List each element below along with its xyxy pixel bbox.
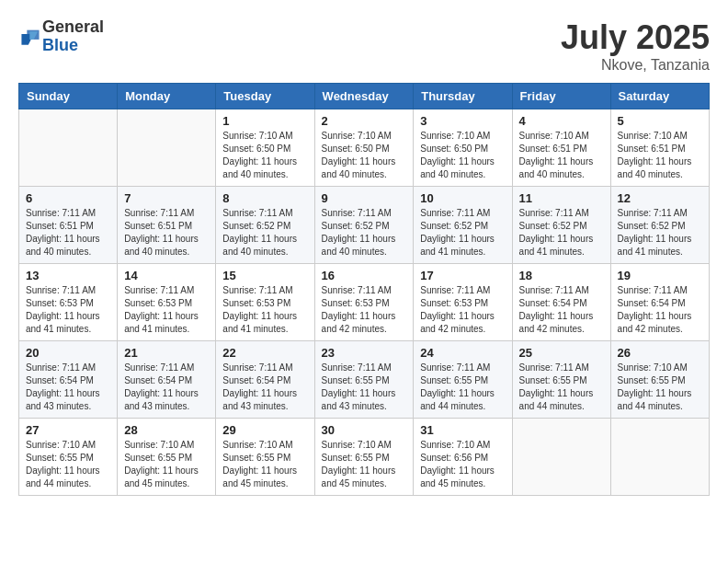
day-info: Sunrise: 7:11 AM Sunset: 6:53 PM Dayligh…: [222, 284, 307, 336]
day-info: Sunrise: 7:11 AM Sunset: 6:51 PM Dayligh…: [124, 207, 209, 259]
logo: General Blue: [18, 18, 104, 55]
day-info: Sunrise: 7:11 AM Sunset: 6:53 PM Dayligh…: [420, 284, 505, 336]
calendar-cell: 20Sunrise: 7:11 AM Sunset: 6:54 PM Dayli…: [19, 341, 118, 419]
day-number: 1: [222, 114, 307, 128]
day-number: 19: [618, 269, 702, 282]
weekday-header: Monday: [118, 84, 216, 109]
calendar-cell: 7Sunrise: 7:11 AM Sunset: 6:51 PM Daylig…: [118, 187, 216, 264]
calendar-week-row: 1Sunrise: 7:10 AM Sunset: 6:50 PM Daylig…: [19, 109, 710, 187]
calendar-cell: [512, 419, 610, 496]
calendar-cell: 31Sunrise: 7:10 AM Sunset: 6:56 PM Dayli…: [414, 419, 512, 496]
day-number: 16: [322, 269, 407, 282]
calendar-cell: 11Sunrise: 7:11 AM Sunset: 6:52 PM Dayli…: [512, 187, 610, 264]
day-number: 24: [420, 346, 505, 360]
calendar-cell: 30Sunrise: 7:10 AM Sunset: 6:55 PM Dayli…: [314, 419, 414, 496]
logo-blue: Blue: [42, 37, 104, 55]
calendar-cell: 26Sunrise: 7:10 AM Sunset: 6:55 PM Dayli…: [610, 341, 709, 419]
day-info: Sunrise: 7:11 AM Sunset: 6:55 PM Dayligh…: [519, 362, 604, 413]
day-number: 23: [322, 346, 407, 360]
calendar-cell: [118, 109, 216, 187]
calendar-cell: 9Sunrise: 7:11 AM Sunset: 6:52 PM Daylig…: [314, 187, 414, 264]
title-block: July 2025 Nkove, Tanzania: [561, 18, 710, 74]
day-info: Sunrise: 7:11 AM Sunset: 6:52 PM Dayligh…: [618, 207, 702, 259]
day-number: 8: [222, 191, 307, 205]
day-info: Sunrise: 7:10 AM Sunset: 6:50 PM Dayligh…: [420, 130, 505, 181]
calendar-title: July 2025: [561, 18, 710, 57]
calendar-cell: 27Sunrise: 7:10 AM Sunset: 6:55 PM Dayli…: [19, 419, 118, 496]
day-info: Sunrise: 7:11 AM Sunset: 6:54 PM Dayligh…: [519, 284, 604, 336]
weekday-header: Thursday: [414, 84, 512, 109]
day-number: 30: [322, 423, 407, 437]
day-number: 28: [124, 423, 209, 437]
day-info: Sunrise: 7:11 AM Sunset: 6:55 PM Dayligh…: [322, 362, 407, 413]
day-info: Sunrise: 7:11 AM Sunset: 6:53 PM Dayligh…: [26, 284, 110, 336]
calendar-cell: 5Sunrise: 7:10 AM Sunset: 6:51 PM Daylig…: [610, 109, 709, 187]
day-info: Sunrise: 7:11 AM Sunset: 6:52 PM Dayligh…: [322, 207, 407, 259]
day-number: 4: [519, 114, 604, 128]
calendar-cell: 22Sunrise: 7:11 AM Sunset: 6:54 PM Dayli…: [216, 341, 314, 419]
day-number: 2: [322, 114, 407, 128]
calendar-cell: 13Sunrise: 7:11 AM Sunset: 6:53 PM Dayli…: [19, 264, 118, 341]
day-info: Sunrise: 7:11 AM Sunset: 6:54 PM Dayligh…: [222, 362, 307, 413]
calendar-cell: 18Sunrise: 7:11 AM Sunset: 6:54 PM Dayli…: [512, 264, 610, 341]
page-header: General Blue July 2025 Nkove, Tanzania: [18, 18, 710, 74]
day-number: 27: [26, 423, 110, 437]
day-number: 10: [420, 191, 505, 205]
day-number: 12: [618, 191, 702, 205]
day-number: 7: [124, 191, 209, 205]
day-number: 15: [222, 269, 307, 282]
day-number: 25: [519, 346, 604, 360]
day-info: Sunrise: 7:11 AM Sunset: 6:54 PM Dayligh…: [618, 284, 702, 336]
calendar-cell: 1Sunrise: 7:10 AM Sunset: 6:50 PM Daylig…: [216, 109, 314, 187]
day-info: Sunrise: 7:10 AM Sunset: 6:51 PM Dayligh…: [618, 130, 702, 181]
day-number: 14: [124, 269, 209, 282]
calendar-header-row: SundayMondayTuesdayWednesdayThursdayFrid…: [19, 84, 710, 109]
day-info: Sunrise: 7:11 AM Sunset: 6:53 PM Dayligh…: [124, 284, 209, 336]
calendar-cell: 25Sunrise: 7:11 AM Sunset: 6:55 PM Dayli…: [512, 341, 610, 419]
calendar-cell: 6Sunrise: 7:11 AM Sunset: 6:51 PM Daylig…: [19, 187, 118, 264]
calendar-week-row: 20Sunrise: 7:11 AM Sunset: 6:54 PM Dayli…: [19, 341, 710, 419]
calendar-week-row: 27Sunrise: 7:10 AM Sunset: 6:55 PM Dayli…: [19, 419, 710, 496]
day-number: 5: [618, 114, 702, 128]
day-info: Sunrise: 7:11 AM Sunset: 6:51 PM Dayligh…: [26, 207, 110, 259]
logo-icon: [20, 27, 40, 47]
weekday-header: Sunday: [19, 84, 118, 109]
day-info: Sunrise: 7:10 AM Sunset: 6:50 PM Dayligh…: [322, 130, 407, 181]
day-info: Sunrise: 7:10 AM Sunset: 6:55 PM Dayligh…: [26, 439, 110, 490]
day-info: Sunrise: 7:11 AM Sunset: 6:54 PM Dayligh…: [124, 362, 209, 413]
day-number: 21: [124, 346, 209, 360]
day-number: 26: [618, 346, 702, 360]
calendar-cell: 12Sunrise: 7:11 AM Sunset: 6:52 PM Dayli…: [610, 187, 709, 264]
day-info: Sunrise: 7:10 AM Sunset: 6:56 PM Dayligh…: [420, 439, 505, 490]
calendar-week-row: 13Sunrise: 7:11 AM Sunset: 6:53 PM Dayli…: [19, 264, 710, 341]
day-number: 3: [420, 114, 505, 128]
calendar-cell: 4Sunrise: 7:10 AM Sunset: 6:51 PM Daylig…: [512, 109, 610, 187]
day-number: 31: [420, 423, 505, 437]
calendar-cell: [19, 109, 118, 187]
calendar-cell: 17Sunrise: 7:11 AM Sunset: 6:53 PM Dayli…: [414, 264, 512, 341]
day-info: Sunrise: 7:10 AM Sunset: 6:50 PM Dayligh…: [222, 130, 307, 181]
calendar-cell: 28Sunrise: 7:10 AM Sunset: 6:55 PM Dayli…: [118, 419, 216, 496]
calendar-cell: 19Sunrise: 7:11 AM Sunset: 6:54 PM Dayli…: [610, 264, 709, 341]
day-number: 22: [222, 346, 307, 360]
weekday-header: Friday: [512, 84, 610, 109]
day-number: 17: [420, 269, 505, 282]
calendar-cell: 24Sunrise: 7:11 AM Sunset: 6:55 PM Dayli…: [414, 341, 512, 419]
weekday-header: Wednesday: [314, 84, 414, 109]
weekday-header: Tuesday: [216, 84, 314, 109]
day-info: Sunrise: 7:10 AM Sunset: 6:55 PM Dayligh…: [124, 439, 209, 490]
calendar-cell: 29Sunrise: 7:10 AM Sunset: 6:55 PM Dayli…: [216, 419, 314, 496]
calendar-cell: 23Sunrise: 7:11 AM Sunset: 6:55 PM Dayli…: [314, 341, 414, 419]
day-info: Sunrise: 7:10 AM Sunset: 6:55 PM Dayligh…: [222, 439, 307, 490]
calendar-cell: [610, 419, 709, 496]
day-info: Sunrise: 7:11 AM Sunset: 6:54 PM Dayligh…: [26, 362, 110, 413]
day-number: 13: [26, 269, 110, 282]
calendar-cell: 15Sunrise: 7:11 AM Sunset: 6:53 PM Dayli…: [216, 264, 314, 341]
calendar-cell: 2Sunrise: 7:10 AM Sunset: 6:50 PM Daylig…: [314, 109, 414, 187]
day-number: 9: [322, 191, 407, 205]
day-info: Sunrise: 7:10 AM Sunset: 6:51 PM Dayligh…: [519, 130, 604, 181]
calendar-cell: 8Sunrise: 7:11 AM Sunset: 6:52 PM Daylig…: [216, 187, 314, 264]
logo-general: General: [42, 18, 104, 37]
day-info: Sunrise: 7:11 AM Sunset: 6:55 PM Dayligh…: [420, 362, 505, 413]
day-info: Sunrise: 7:10 AM Sunset: 6:55 PM Dayligh…: [322, 439, 407, 490]
